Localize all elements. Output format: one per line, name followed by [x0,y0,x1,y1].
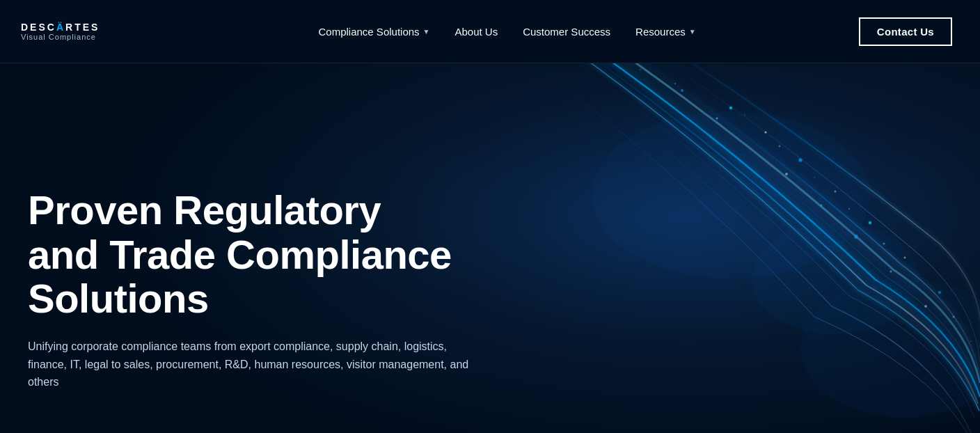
svg-point-1 [729,107,732,109]
nav-item-about-us[interactable]: About Us [442,26,510,38]
nav-item-compliance-solutions[interactable]: Compliance Solutions ▼ [306,26,443,38]
hero-title-line1: Proven Regulatory [28,187,381,233]
hero-title-line3: Solutions [28,276,209,321]
navbar: DESCÄRTES Visual Compliance Compliance S… [0,0,980,63]
svg-point-8 [681,89,683,92]
nav-item-customer-success[interactable]: Customer Success [510,26,623,38]
hero-content: Proven Regulatory and Trade Compliance S… [28,188,480,391]
chevron-down-icon: ▼ [423,28,430,36]
logo-sub: Visual Compliance [21,33,100,41]
logo-brand: DESCÄRTES [21,22,100,33]
hero-title-line2: and Trade Compliance [28,232,452,277]
svg-point-17 [674,83,676,84]
svg-point-5 [869,221,871,224]
nav-links: Compliance Solutions ▼ About Us Customer… [155,26,858,38]
svg-point-15 [640,69,642,71]
nav-item-resources[interactable]: Resources ▼ [623,26,709,38]
logo[interactable]: DESCÄRTES Visual Compliance [21,22,100,41]
hero-section: Proven Regulatory and Trade Compliance S… [0,0,980,433]
svg-point-35 [592,111,870,278]
hero-title: Proven Regulatory and Trade Compliance S… [28,188,480,321]
contact-us-button[interactable]: Contact Us [859,17,952,46]
chevron-down-icon-resources: ▼ [689,28,696,36]
hero-subtitle: Unifying corporate compliance teams from… [28,338,480,391]
